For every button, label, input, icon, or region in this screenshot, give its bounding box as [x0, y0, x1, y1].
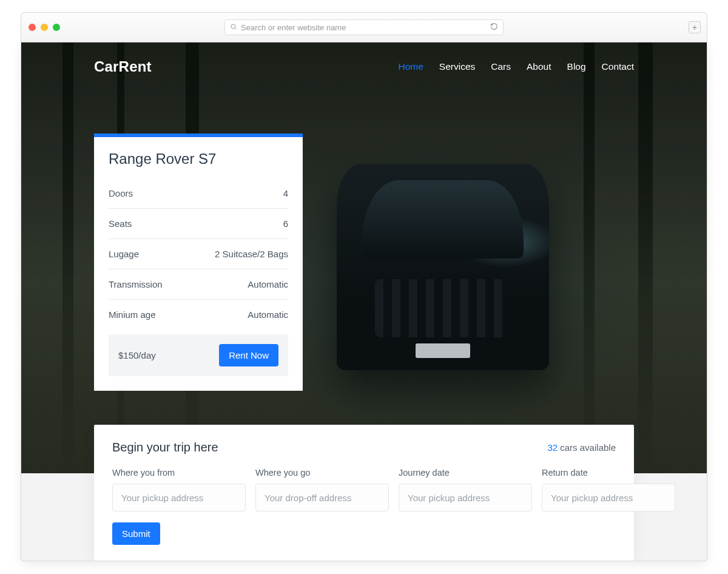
spec-row: TransmissionAutomatic: [109, 269, 288, 300]
price-value: $150/day: [118, 350, 156, 360]
cars-available-suffix: cars available: [558, 442, 616, 453]
reload-icon[interactable]: [490, 22, 498, 32]
spec-label: Doors: [109, 188, 133, 198]
spec-value: 2 Suitcase/2 Bags: [215, 249, 288, 259]
vehicle-title: Range Rover S7: [109, 150, 288, 167]
trip-field: Where you go: [255, 468, 389, 512]
pickup-address-input[interactable]: [112, 484, 246, 512]
trip-field: Journey date: [399, 468, 532, 512]
spec-label: Lugage: [109, 249, 139, 259]
spec-label: Minium age: [109, 309, 156, 320]
field-label: Journey date: [399, 468, 532, 478]
spec-label: Seats: [109, 218, 132, 229]
trip-field: Return date: [542, 468, 675, 512]
field-label: Where you from: [112, 468, 246, 478]
trip-title: Begin your trip here: [112, 441, 218, 454]
nav-link-about[interactable]: About: [527, 61, 551, 72]
spec-value: Automatic: [248, 279, 288, 289]
field-label: Where you go: [255, 468, 389, 478]
field-label: Return date: [542, 468, 675, 478]
maximize-window-button[interactable]: [53, 24, 60, 31]
trip-form: Begin your trip here 32 cars available W…: [94, 425, 634, 561]
nav-link-cars[interactable]: Cars: [491, 61, 511, 72]
rent-now-button[interactable]: Rent Now: [219, 344, 278, 366]
journey-date-input[interactable]: [399, 484, 532, 512]
price-row: $150/day Rent Now: [109, 334, 288, 376]
search-icon: [230, 23, 237, 32]
spec-row: Minium ageAutomatic: [109, 300, 288, 329]
nav-link-contact[interactable]: Contact: [602, 61, 634, 72]
spec-value: 6: [283, 218, 288, 229]
address-placeholder: Search or enter website name: [241, 23, 346, 32]
brand-logo[interactable]: CarRent: [94, 58, 152, 75]
submit-button[interactable]: Submit: [112, 522, 160, 545]
trip-field: Where you from: [112, 468, 246, 512]
spec-row: Seats6: [109, 209, 288, 239]
svg-line-1: [235, 28, 236, 29]
browser-chrome: Search or enter website name +: [21, 12, 707, 42]
close-window-button[interactable]: [29, 24, 36, 31]
spec-label: Transmission: [109, 279, 163, 289]
new-tab-button[interactable]: +: [689, 21, 701, 33]
spec-row: Lugage2 Suitcase/2 Bags: [109, 239, 288, 269]
svg-point-0: [231, 24, 235, 29]
window-controls: [29, 24, 60, 31]
return-date-input[interactable]: [542, 484, 675, 512]
hero-section: CarRent HomeServicesCarsAboutBlogContact…: [21, 42, 707, 473]
spec-value: Automatic: [248, 309, 288, 320]
spec-row: Doors4: [109, 178, 288, 209]
spec-value: 4: [283, 188, 288, 198]
nav-link-blog[interactable]: Blog: [567, 61, 586, 72]
cars-available-count: 32: [547, 442, 558, 453]
nav-menu: HomeServicesCarsAboutBlogContact: [399, 61, 635, 72]
vehicle-card: Range Rover S7 Doors4Seats6Lugage2 Suitc…: [94, 133, 303, 391]
top-nav: CarRent HomeServicesCarsAboutBlogContact: [21, 42, 707, 75]
dropoff-address-input[interactable]: [255, 484, 389, 512]
nav-link-services[interactable]: Services: [439, 61, 475, 72]
minimize-window-button[interactable]: [41, 24, 48, 31]
address-bar[interactable]: Search or enter website name: [224, 19, 504, 35]
nav-link-home[interactable]: Home: [399, 61, 423, 72]
cars-available: 32 cars available: [547, 442, 616, 453]
page-viewport: CarRent HomeServicesCarsAboutBlogContact…: [21, 42, 707, 561]
